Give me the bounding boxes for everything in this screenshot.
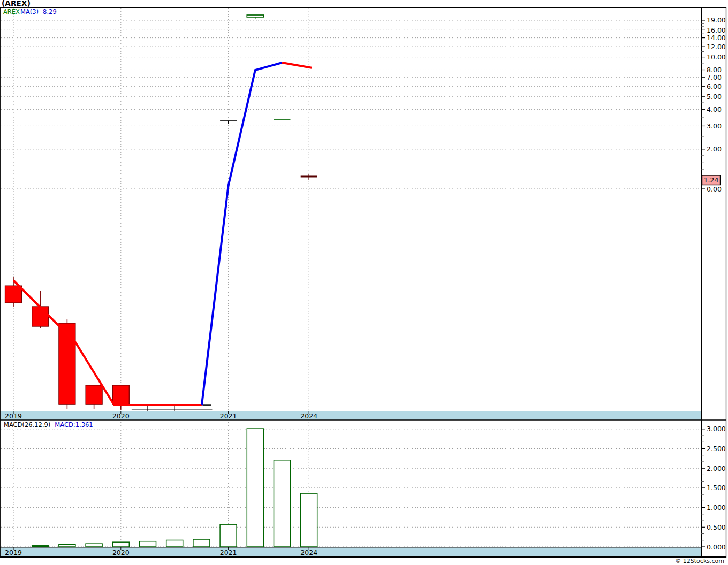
- macd-bar: [112, 542, 129, 547]
- price-axis-label: 10.00: [707, 53, 726, 61]
- price-legend: AREXMA(3)8.29: [3, 8, 57, 16]
- macd-bar: [59, 545, 75, 547]
- macd-axis-label: 0.500: [707, 523, 726, 531]
- macd-params: MACD(26,12,9): [4, 421, 50, 429]
- price-axis-label: 4.00: [707, 105, 722, 113]
- candlestick-down: [32, 307, 49, 326]
- price-axis-label: 6.00: [707, 82, 722, 90]
- xaxis-band-macd: [1, 548, 701, 557]
- price-axis-label: 2.00: [707, 145, 722, 153]
- ma-line-late: [282, 63, 312, 68]
- macd-bar: [140, 541, 156, 547]
- price-axis-label: 14.00: [707, 34, 726, 42]
- macd-axis-label: 0.000: [707, 543, 726, 551]
- macd-axis-label: 3.000: [707, 425, 726, 433]
- macd-axis-label: 1.500: [707, 484, 726, 492]
- xaxis-band-price: [1, 411, 701, 420]
- macd-axis-label: 2.000: [707, 464, 726, 472]
- candlestick-up: [247, 15, 263, 17]
- macd-bar: [220, 524, 237, 547]
- page-title: (AREX): [2, 0, 31, 7]
- legend-ma-value: 8.29: [43, 8, 57, 16]
- price-axis-label: 19.00: [707, 16, 726, 24]
- macd-bar: [193, 539, 210, 547]
- legend-symbol: AREX: [3, 8, 20, 16]
- ma-line-early: [13, 280, 202, 405]
- macd-bar: [274, 460, 291, 547]
- candlestick-down: [112, 385, 129, 404]
- macd-bar: [247, 429, 263, 547]
- price-axis-label: 16.00: [707, 26, 726, 34]
- macd-value: MACD:1.361: [55, 421, 93, 429]
- macd-bar: [301, 493, 317, 547]
- chart-canvas: 2019202020212024201920202021202419.0016.…: [0, 0, 728, 565]
- price-axis-label: 12.00: [707, 43, 726, 51]
- macd-bar: [166, 540, 183, 547]
- macd-axis-label: 2.500: [707, 445, 726, 453]
- copyright: © 12Stocks.com: [675, 558, 724, 564]
- price-axis-label: 7.00: [707, 73, 722, 81]
- macd-axis-label: 1.000: [707, 503, 726, 511]
- macd-bar: [86, 544, 102, 547]
- price-axis-label: 8.00: [707, 66, 722, 74]
- candlestick-down: [86, 385, 102, 404]
- macd-bar: [32, 546, 49, 547]
- price-line-blue: [202, 63, 282, 405]
- stock-chart-page: { "title": "(AREX)", "footer": { "copyri…: [0, 0, 728, 565]
- candlestick-down: [5, 286, 22, 303]
- macd-legend: MACD(26,12,9)MACD:1.361: [4, 421, 93, 429]
- price-axis-label: 3.00: [707, 122, 722, 130]
- price-axis-label: 0.00: [707, 185, 722, 193]
- legend-ma-label: MA(3): [20, 8, 39, 16]
- last-price-tag-label: 1.24: [704, 176, 719, 184]
- price-axis-label: 5.00: [707, 93, 722, 101]
